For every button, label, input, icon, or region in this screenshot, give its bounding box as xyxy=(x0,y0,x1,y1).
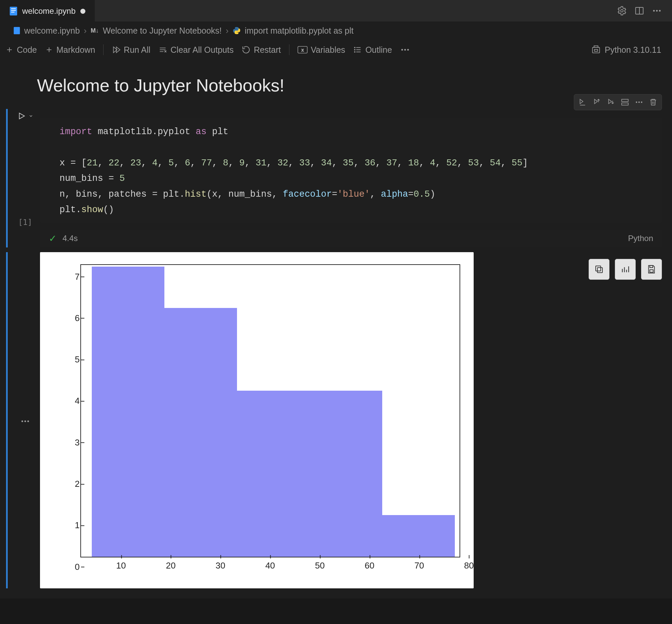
histogram-bar xyxy=(92,267,164,557)
svg-rect-54 xyxy=(596,266,601,271)
run-by-line-icon[interactable] xyxy=(576,96,589,109)
cell-more-icon[interactable] xyxy=(633,96,645,109)
cell-focus-indicator xyxy=(6,109,8,248)
svg-rect-43 xyxy=(622,103,628,105)
svg-rect-2 xyxy=(11,10,16,11)
python-icon xyxy=(233,27,241,35)
code-editor[interactable]: import matplotlib.pyplot as plt x = [21,… xyxy=(40,118,662,223)
add-code-cell-button[interactable]: Code xyxy=(5,45,37,55)
svg-rect-53 xyxy=(597,268,602,273)
x-tick-label: 40 xyxy=(265,561,275,571)
svg-point-51 xyxy=(25,420,26,422)
split-cell-icon[interactable] xyxy=(619,96,631,109)
toolbar-separator xyxy=(289,44,289,55)
kernel-label: Python 3.10.11 xyxy=(605,45,661,55)
svg-rect-35 xyxy=(594,49,597,51)
svg-point-31 xyxy=(405,49,406,51)
chevron-right-icon: › xyxy=(84,26,86,36)
cell-language-label[interactable]: Python xyxy=(628,234,653,243)
success-check-icon: ✓ xyxy=(49,233,56,244)
run-cell-button[interactable] xyxy=(17,112,33,120)
y-tick-label: 5 xyxy=(65,354,80,365)
cell-status-bar: ✓ 4.4s Python xyxy=(40,230,662,248)
notebook-icon xyxy=(9,6,18,16)
svg-point-8 xyxy=(656,10,658,12)
y-tick-label: 7 xyxy=(65,271,80,282)
x-tick-label: 80 xyxy=(464,561,474,571)
svg-point-46 xyxy=(641,102,642,103)
cell-toolbar xyxy=(574,94,662,110)
save-output-icon[interactable] xyxy=(641,259,662,280)
breadcrumb-symbol[interactable]: import matplotlib.pyplot as plt xyxy=(245,26,354,36)
svg-rect-59 xyxy=(650,265,653,267)
toolbar-overflow-icon[interactable] xyxy=(400,45,410,55)
svg-rect-1 xyxy=(11,8,16,9)
svg-marker-40 xyxy=(609,99,612,104)
svg-point-52 xyxy=(27,420,29,422)
output-action-bar xyxy=(589,259,662,280)
svg-rect-10 xyxy=(14,27,20,34)
svg-marker-49 xyxy=(20,113,25,119)
cell-gutter: [1] xyxy=(10,109,40,248)
svg-marker-38 xyxy=(595,99,598,104)
clear-outputs-button[interactable]: Clear All Outputs xyxy=(158,45,234,55)
svg-rect-34 xyxy=(594,46,598,47)
svg-rect-3 xyxy=(11,12,15,12)
editor-tab-active[interactable]: welcome.ipynb xyxy=(0,0,95,22)
x-tick-label: 70 xyxy=(414,561,424,571)
markdown-badge-icon: M↓ xyxy=(91,27,99,34)
editor-tabbar: welcome.ipynb xyxy=(0,0,672,22)
execute-above-icon[interactable] xyxy=(590,96,603,109)
svg-point-44 xyxy=(636,102,637,103)
toolbar-label: Markdown xyxy=(56,45,95,55)
svg-rect-60 xyxy=(650,270,653,272)
svg-rect-42 xyxy=(622,99,628,102)
gear-icon[interactable] xyxy=(617,6,627,16)
svg-point-7 xyxy=(653,10,655,12)
markdown-cell-title[interactable]: Welcome to Jupyter Notebooks! xyxy=(0,60,672,109)
unsaved-indicator-icon xyxy=(80,9,85,14)
svg-point-32 xyxy=(407,49,409,51)
breadcrumb-section[interactable]: Welcome to Jupyter Notebooks! xyxy=(103,26,222,36)
output-more-icon[interactable] xyxy=(20,254,30,588)
add-markdown-cell-button[interactable]: Markdown xyxy=(45,45,95,55)
toolbar-label: Clear All Outputs xyxy=(171,45,234,55)
y-tick-label: 4 xyxy=(65,396,80,406)
notebook-body: Welcome to Jupyter Notebooks! [1] import… xyxy=(0,60,672,598)
restart-kernel-button[interactable]: Restart xyxy=(242,45,281,55)
toolbar-label: Run All xyxy=(124,45,150,55)
svg-point-50 xyxy=(22,420,23,422)
kernel-picker[interactable]: Python 3.10.11 xyxy=(591,45,661,55)
code-cell: [1] import matplotlib.pyplot as plt x = … xyxy=(0,109,672,248)
x-tick-label: 10 xyxy=(116,561,126,571)
toolbar-label: Restart xyxy=(254,45,281,55)
breadcrumb-file[interactable]: welcome.ipynb xyxy=(24,26,80,36)
delete-cell-icon[interactable] xyxy=(647,96,660,109)
y-tick-label: 6 xyxy=(65,313,80,323)
expand-image-icon[interactable] xyxy=(615,259,636,280)
editor-title-actions xyxy=(617,6,672,16)
y-tick-label: 3 xyxy=(65,437,80,447)
output-gutter xyxy=(10,252,40,588)
svg-point-45 xyxy=(638,102,640,103)
outline-button[interactable]: Outline xyxy=(353,45,392,55)
y-tick-label: 1 xyxy=(65,520,80,530)
histogram-bar xyxy=(237,391,310,556)
execute-below-icon[interactable] xyxy=(604,96,617,109)
cell-focus-indicator xyxy=(6,252,8,588)
split-editor-icon[interactable] xyxy=(635,6,644,16)
toolbar-label: Variables xyxy=(311,45,345,55)
toolbar-label: Outline xyxy=(365,45,392,55)
copy-output-icon[interactable] xyxy=(589,259,610,280)
variables-button[interactable]: x Variables xyxy=(298,45,345,55)
run-all-button[interactable]: Run All xyxy=(112,45,150,55)
more-icon[interactable] xyxy=(652,6,662,16)
x-tick-label: 30 xyxy=(215,561,225,571)
toolbar-label: Code xyxy=(17,45,37,55)
y-tick-label: 2 xyxy=(65,479,80,489)
svg-point-27 xyxy=(354,47,355,48)
svg-rect-0 xyxy=(10,7,17,16)
svg-point-29 xyxy=(354,51,355,52)
execution-duration: 4.4s xyxy=(62,234,78,243)
svg-marker-36 xyxy=(580,99,583,104)
